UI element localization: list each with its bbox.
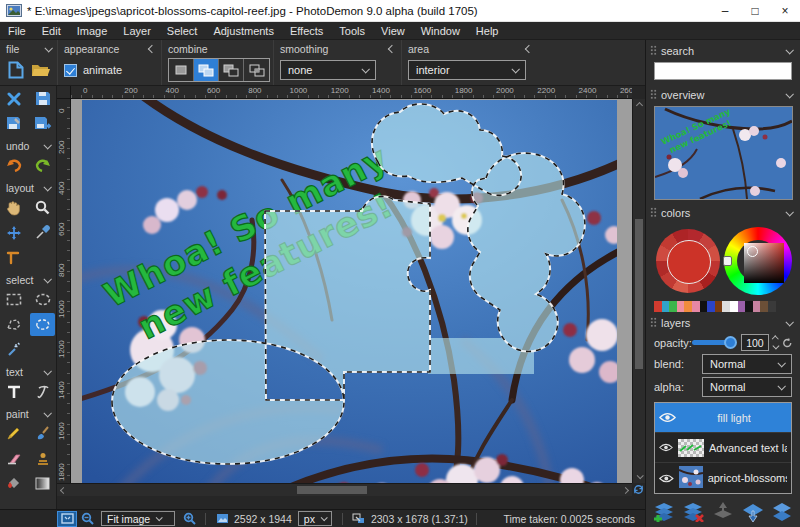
- paintbrush-tool-button[interactable]: [30, 422, 55, 445]
- minimize-button[interactable]: –: [710, 0, 740, 22]
- close-button[interactable]: ×: [770, 0, 800, 22]
- layer-visibility-eye-icon[interactable]: [659, 412, 676, 423]
- zoom-out-button[interactable]: [77, 511, 97, 527]
- search-panel-header[interactable]: search: [646, 42, 800, 59]
- horizontal-scrollbar[interactable]: [57, 483, 632, 496]
- open-image-button[interactable]: [31, 58, 51, 82]
- palette-swatch-12[interactable]: [745, 301, 753, 312]
- pencil-tool-button[interactable]: [1, 422, 26, 445]
- menu-item-1[interactable]: Edit: [34, 25, 69, 37]
- collapse-left-icon[interactable]: [148, 45, 156, 53]
- combine-add-button[interactable]: [194, 59, 219, 81]
- new-image-button[interactable]: [6, 58, 25, 82]
- maximize-button[interactable]: □: [740, 0, 770, 22]
- combine-subtract-button[interactable]: [219, 59, 244, 81]
- opacity-reset-icon[interactable]: [782, 337, 792, 349]
- collapse-left-icon[interactable]: [525, 45, 533, 53]
- paint-section-header[interactable]: paint: [0, 406, 56, 421]
- menu-item-5[interactable]: Adjustments: [205, 25, 282, 37]
- measure-tool-button[interactable]: [1, 246, 26, 269]
- menu-item-0[interactable]: File: [0, 25, 34, 37]
- opacity-stepper[interactable]: [773, 337, 778, 348]
- palette-swatch-3[interactable]: [677, 301, 685, 312]
- ellipse-select-button[interactable]: [30, 288, 55, 311]
- fit-canvas-button[interactable]: [57, 511, 77, 527]
- undo-section-header[interactable]: undo: [0, 138, 56, 153]
- palette-swatch-8[interactable]: [715, 301, 723, 312]
- rect-select-button[interactable]: [1, 288, 26, 311]
- drag-grip-icon[interactable]: [650, 45, 657, 56]
- polygon-select-button[interactable]: [1, 313, 26, 336]
- delete-layer-button[interactable]: [681, 502, 705, 522]
- add-layer-button[interactable]: [652, 502, 676, 522]
- merge-layers-button[interactable]: [770, 502, 794, 522]
- advanced-text-button[interactable]: [30, 380, 55, 403]
- layer-visibility-eye-icon[interactable]: [659, 473, 674, 484]
- menu-item-7[interactable]: Tools: [331, 25, 373, 37]
- select-section-header[interactable]: select: [0, 272, 56, 287]
- zoom-tool-button[interactable]: [30, 196, 55, 219]
- drag-grip-icon[interactable]: [650, 207, 657, 218]
- recenter-view-button[interactable]: [632, 483, 645, 496]
- combine-replace-button[interactable]: [169, 59, 194, 81]
- layers-panel-header[interactable]: layers: [646, 314, 800, 331]
- eraser-tool-button[interactable]: [1, 447, 26, 470]
- palette-swatch-6[interactable]: [700, 301, 708, 312]
- menu-item-2[interactable]: Image: [69, 25, 116, 37]
- opacity-value[interactable]: 100: [741, 334, 769, 351]
- horizontal-scroll-thumb[interactable]: [297, 486, 367, 494]
- layout-section-header[interactable]: layout: [0, 180, 56, 195]
- fill-tool-button[interactable]: [1, 472, 26, 495]
- move-layer-up-button[interactable]: [711, 502, 735, 522]
- menu-item-10[interactable]: Help: [468, 25, 507, 37]
- overview-panel-header[interactable]: overview: [646, 86, 800, 103]
- palette-swatch-2[interactable]: [669, 301, 677, 312]
- vertical-scrollbar[interactable]: [632, 99, 645, 483]
- layer-visibility-eye-icon[interactable]: [659, 442, 673, 453]
- palette-swatch-7[interactable]: [707, 301, 715, 312]
- move-layer-down-button[interactable]: [741, 502, 765, 522]
- color-picker-button[interactable]: [30, 221, 55, 244]
- menu-item-9[interactable]: Window: [413, 25, 468, 37]
- overview-thumbnail[interactable]: Whoa! So many new features!: [654, 106, 793, 200]
- zoom-in-button[interactable]: [179, 511, 199, 527]
- scroll-left-arrow[interactable]: [57, 484, 70, 497]
- search-input[interactable]: [654, 62, 792, 80]
- text-section-header[interactable]: text: [0, 364, 56, 379]
- redo-button[interactable]: [30, 154, 55, 177]
- close-image-button[interactable]: [1, 87, 26, 110]
- hue-selector-handle[interactable]: [723, 256, 732, 266]
- palette-swatch-13[interactable]: [753, 301, 761, 312]
- animate-checkbox[interactable]: [64, 64, 77, 77]
- colors-panel-header[interactable]: colors: [646, 204, 800, 221]
- blend-mode-dropdown[interactable]: Normal: [702, 354, 792, 374]
- layer-row-fill-light[interactable]: fill light: [655, 403, 791, 433]
- magic-wand-button[interactable]: [1, 338, 26, 361]
- palette-swatch-4[interactable]: [684, 301, 692, 312]
- vertical-scroll-thumb[interactable]: [635, 219, 643, 369]
- undo-button[interactable]: [1, 154, 26, 177]
- menu-item-3[interactable]: Layer: [115, 25, 159, 37]
- palette-swatch-10[interactable]: [730, 301, 738, 312]
- gradient-tool-button[interactable]: [30, 472, 55, 495]
- palette-swatch-11[interactable]: [738, 301, 746, 312]
- palette-swatch-15[interactable]: [768, 301, 776, 312]
- layer-row-apricot-blossoms[interactable]: apricot-blossoms...: [655, 463, 791, 493]
- clone-stamp-button[interactable]: [30, 447, 55, 470]
- alpha-mode-dropdown[interactable]: Normal: [702, 377, 792, 397]
- unit-dropdown[interactable]: px: [298, 511, 332, 526]
- palette-swatch-5[interactable]: [692, 301, 700, 312]
- palette-swatch-1[interactable]: [662, 301, 670, 312]
- color-cursor[interactable]: [747, 246, 758, 257]
- opacity-slider[interactable]: [692, 340, 730, 345]
- collapse-left-icon[interactable]: [388, 45, 396, 53]
- file-section-header[interactable]: file: [0, 40, 57, 56]
- pan-tool-button[interactable]: [1, 196, 26, 219]
- image-viewport[interactable]: Whoa! So many new features!: [71, 99, 632, 496]
- smoothing-dropdown[interactable]: none: [280, 60, 376, 80]
- palette-swatch-14[interactable]: [760, 301, 768, 312]
- drag-grip-icon[interactable]: [650, 317, 657, 328]
- save-as-button[interactable]: [30, 112, 55, 135]
- move-tool-button[interactable]: [1, 221, 26, 244]
- lasso-select-button[interactable]: [30, 313, 55, 336]
